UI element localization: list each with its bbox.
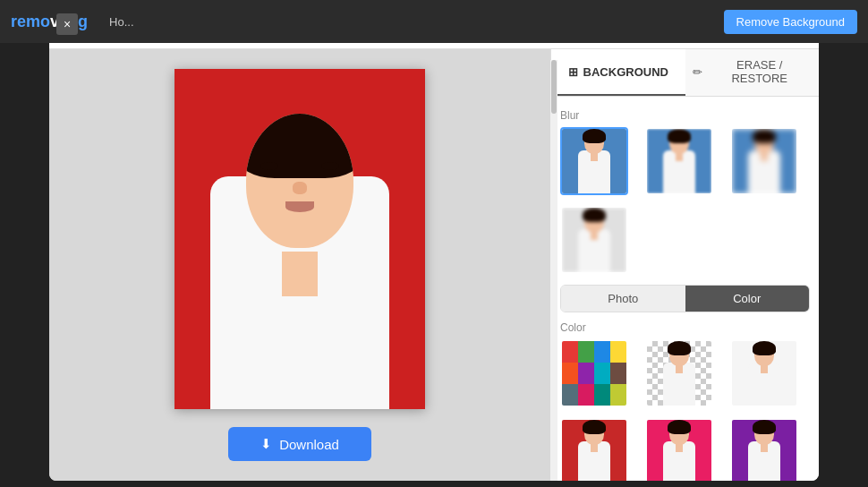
palette-cell-1: [578, 341, 594, 363]
blur-thumb-0[interactable]: [560, 127, 628, 195]
tab-background[interactable]: ⊞ BACKGROUND: [551, 49, 685, 96]
panel-tabs: ⊞ BACKGROUND ✏ ERASE / RESTORE: [551, 49, 819, 97]
color-palette-grid: [562, 341, 626, 406]
blur-thumb-2[interactable]: [730, 127, 798, 195]
palette-cell-6: [594, 363, 610, 384]
white-thumb[interactable]: [730, 339, 798, 407]
mini-p-p: [658, 422, 701, 481]
person-mouth: [285, 201, 314, 212]
tab-erase-label: ERASE / RESTORE: [708, 58, 813, 85]
download-label: Download: [279, 437, 339, 452]
mini-head-3: [584, 209, 604, 233]
blur-section-label: Blur: [560, 109, 810, 122]
blur-thumb-3[interactable]: [560, 206, 628, 274]
main-photo: [174, 69, 425, 409]
editor-modal: × − 80% + ↩ ↪: [49, 6, 819, 481]
mini-head-2: [754, 131, 774, 154]
person-head: [246, 114, 353, 248]
mini-p-pu: [743, 422, 786, 481]
color-toggle[interactable]: Color: [685, 286, 810, 312]
mini-head-1: [669, 131, 689, 154]
blur-thumb-1[interactable]: [645, 127, 713, 195]
mini-person-0: [573, 131, 616, 193]
palette-cell-3: [610, 341, 626, 363]
pencil-icon: ✏: [693, 65, 702, 79]
mini-p-r: [573, 422, 616, 481]
close-icon: ×: [64, 17, 71, 31]
tab-background-label: BACKGROUND: [583, 65, 668, 79]
photo-color-toggle: Photo Color: [560, 285, 810, 312]
download-icon: ⬇: [260, 436, 272, 452]
person-nose: [293, 182, 307, 194]
palette-cell-4: [562, 363, 578, 384]
palette-cell-5: [578, 363, 594, 384]
panel-scrollbar[interactable]: [550, 60, 557, 481]
color-photo-red-inner: [562, 420, 626, 481]
color-photo-pink-inner: [647, 420, 711, 481]
white-preview: [732, 341, 796, 406]
palette-cell-2: [594, 341, 610, 363]
canvas-area: ⬇ Download: [49, 49, 550, 481]
close-button[interactable]: ×: [56, 13, 78, 35]
palette-cell-7: [610, 363, 626, 384]
color-row1: [560, 339, 810, 407]
mini-head-0: [584, 131, 604, 154]
modal-body: ⬇ Download ⊞ BACKGROUND ✏ ERASE / RESTOR…: [49, 49, 819, 481]
photo-toggle[interactable]: Photo: [561, 286, 685, 312]
color-palette-thumb[interactable]: [560, 339, 628, 407]
color-section-label: Color: [560, 321, 810, 334]
right-panel: ⊞ BACKGROUND ✏ ERASE / RESTORE Blur: [550, 49, 819, 481]
mini-person-1: [658, 131, 701, 193]
person-figure: [201, 105, 398, 409]
color-photos-row1: [560, 418, 810, 481]
color-photo-red[interactable]: [560, 418, 628, 481]
layers-icon: ⊞: [568, 65, 578, 79]
palette-cell-0: [562, 341, 578, 363]
blur-row2: [560, 206, 810, 274]
nav-link[interactable]: Ho...: [109, 15, 133, 29]
palette-cell-9: [578, 384, 594, 406]
color-photo-purple-inner: [732, 420, 796, 481]
palette-cell-8: [562, 384, 578, 406]
mini-person-3: [573, 209, 616, 272]
scrollbar-thumb[interactable]: [551, 60, 557, 114]
color-photo-purple[interactable]: [730, 418, 798, 481]
mini-person-2: [743, 131, 786, 193]
color-photo-pink[interactable]: [645, 418, 713, 481]
mini-person-white: [743, 343, 786, 406]
palette-cell-11: [610, 384, 626, 406]
transparent-thumb[interactable]: [645, 339, 713, 407]
right-eye: [321, 162, 339, 170]
panel-content[interactable]: Blur: [551, 97, 819, 481]
transparent-preview: [647, 341, 711, 406]
logo-accent: mo: [26, 13, 50, 30]
top-bar: removebg Ho... Remove Background: [0, 0, 868, 43]
person-neck: [282, 252, 318, 296]
mini-person-trans: [658, 343, 701, 406]
remove-background-button[interactable]: Remove Background: [724, 10, 857, 34]
mini-head-trans: [669, 343, 689, 366]
download-button[interactable]: ⬇ Download: [228, 427, 371, 461]
mini-head-white: [754, 343, 774, 366]
blur-thumbnails: [560, 127, 810, 195]
modal-overlay: × − 80% + ↩ ↪: [0, 0, 868, 487]
tab-erase-restore[interactable]: ✏ ERASE / RESTORE: [685, 49, 820, 96]
palette-cell-10: [594, 384, 610, 406]
left-eye: [260, 162, 278, 170]
